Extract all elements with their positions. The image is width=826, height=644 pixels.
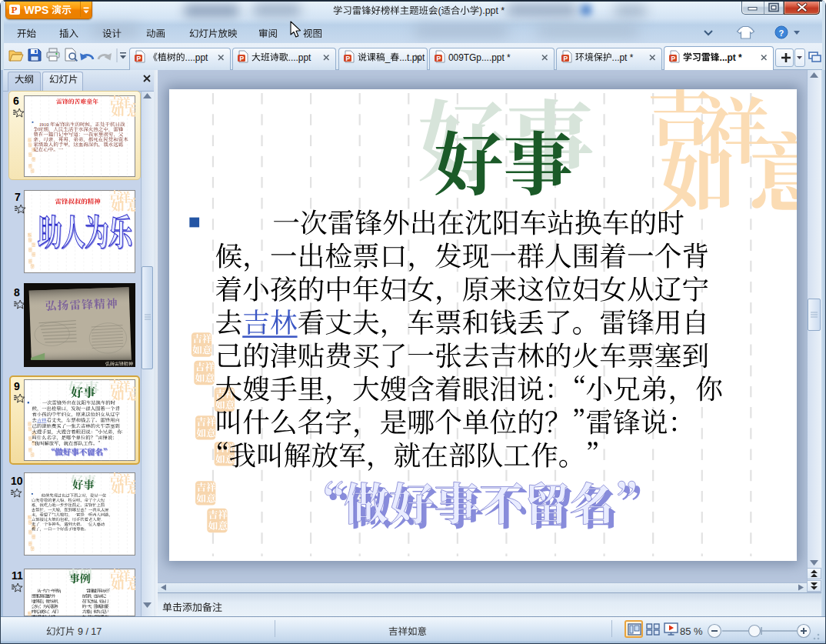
svg-text:009TGp....ppt *: 009TGp....ppt * xyxy=(448,52,511,63)
svg-text:P: P xyxy=(436,55,441,62)
svg-text:P: P xyxy=(345,55,350,62)
svg-text:?: ? xyxy=(779,28,784,38)
svg-text:...pt *: ...pt * xyxy=(720,52,742,63)
svg-text:....ppt: ....ppt xyxy=(185,52,208,63)
svg-text:85 %: 85 % xyxy=(680,626,703,637)
svg-text:1910: 1910 xyxy=(39,122,49,127)
svg-text:6: 6 xyxy=(13,95,19,107)
svg-text:_: _ xyxy=(385,52,391,63)
svg-text:8: 8 xyxy=(14,286,20,299)
svg-text:P: P xyxy=(671,55,675,62)
svg-text:7: 7 xyxy=(15,191,21,203)
svg-text:P: P xyxy=(136,55,141,62)
svg-text:9 / 17: 9 / 17 xyxy=(75,626,102,637)
svg-text:9: 9 xyxy=(14,380,20,392)
svg-text:(: ( xyxy=(438,5,441,16)
svg-text:11: 11 xyxy=(12,569,23,582)
svg-text:P: P xyxy=(239,55,244,62)
svg-text:...pt *: ...pt * xyxy=(612,52,634,63)
svg-text:WPS: WPS xyxy=(25,4,49,16)
svg-text:...t.ppt: ...t.ppt xyxy=(399,52,425,63)
svg-text:10: 10 xyxy=(11,475,23,487)
svg-text:P: P xyxy=(12,4,18,15)
svg-text:).ppt *: ).ppt * xyxy=(479,5,505,16)
svg-text:....ppt: ....ppt xyxy=(288,52,311,63)
svg-text:P: P xyxy=(563,55,568,62)
